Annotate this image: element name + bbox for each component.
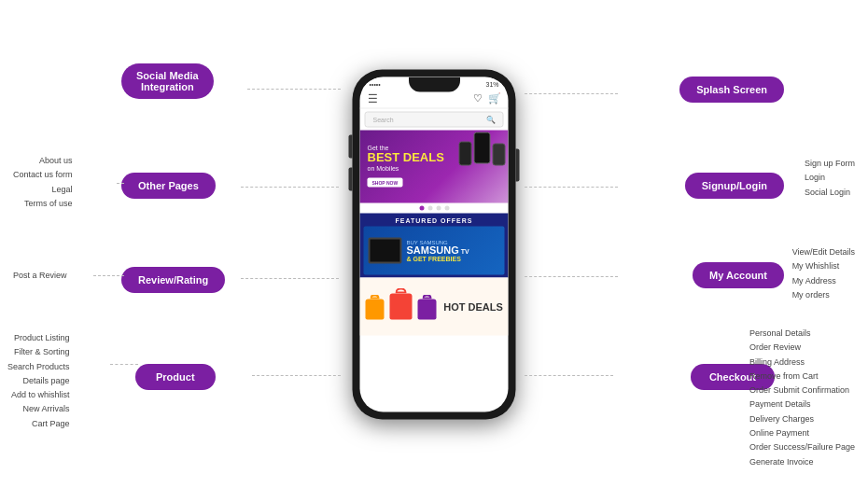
pill-review-rating[interactable]: Review/Rating bbox=[121, 267, 225, 293]
samsung-offer: & GET FREEBIES bbox=[407, 255, 469, 261]
pill-product-label: Product bbox=[156, 371, 195, 383]
menu-icon[interactable]: ☰ bbox=[368, 91, 378, 105]
pill-splash-label: Splash Screen bbox=[696, 84, 767, 95]
pill-signup-login[interactable]: Signup/Login bbox=[685, 173, 784, 199]
search-bar[interactable]: Search 🔍 bbox=[365, 111, 504, 127]
tv-icon bbox=[369, 237, 402, 263]
samsung-banner: BUY SAMSUNG SAMSUNG TV & GET FREEBIES bbox=[364, 226, 505, 274]
app-header: ☰ ♡ 🛒 bbox=[360, 89, 509, 108]
hot-deals-section: HOT DEALS bbox=[360, 277, 509, 335]
product-labels: Product Listing Filter & Sorting Search … bbox=[7, 331, 70, 431]
banner-text-line2: on Mobiles bbox=[368, 164, 444, 171]
pill-review-label: Review/Rating bbox=[138, 274, 208, 286]
line-product-left bbox=[110, 364, 138, 365]
other-pages-labels: About us Contact us form Legal Terms of … bbox=[13, 154, 73, 211]
shop-now-button[interactable]: SHOP NOW bbox=[368, 177, 403, 187]
signup-login-labels: Sign up Form Login Social Login bbox=[805, 157, 855, 200]
banner-dots bbox=[360, 202, 509, 213]
line-review bbox=[241, 278, 339, 279]
search-icon: 🔍 bbox=[486, 115, 496, 123]
pill-product[interactable]: Product bbox=[135, 364, 216, 390]
line-other-left bbox=[117, 183, 124, 184]
hot-deals-title: HOT DEALS bbox=[443, 300, 503, 312]
main-banner: Get the BEST DEALS on Mobiles SHOP NOW bbox=[360, 130, 509, 202]
checkout-labels: Personal Details Order Review Billing Ad… bbox=[749, 327, 855, 469]
battery-level: 31% bbox=[485, 80, 498, 87]
line-review-left bbox=[93, 275, 124, 276]
featured-section: FEATURED OFFERS BUY SAMSUNG SAMSUNG TV &… bbox=[360, 213, 509, 277]
pill-other-pages[interactable]: Other Pages bbox=[121, 173, 216, 199]
cart-icon[interactable]: 🛒 bbox=[488, 92, 501, 105]
dot-1 bbox=[419, 205, 424, 210]
line-signup bbox=[525, 187, 618, 188]
dot-4 bbox=[444, 205, 449, 210]
pill-splash-screen[interactable]: Splash Screen bbox=[679, 77, 784, 103]
phone-notch bbox=[409, 77, 460, 91]
pill-other-pages-label: Other Pages bbox=[138, 180, 199, 191]
line-product bbox=[252, 375, 341, 376]
banner-text-big: BEST DEALS bbox=[368, 151, 444, 164]
line-splash-screen bbox=[525, 93, 618, 94]
samsung-brand: SAMSUNG TV bbox=[407, 244, 469, 255]
signal-dots: ••••• bbox=[370, 80, 381, 87]
featured-title: FEATURED OFFERS bbox=[364, 216, 505, 223]
phone-outer: ••••• 12:53 31% ☰ ♡ 🛒 Search 🔍 Get bbox=[353, 69, 516, 419]
phone-wrapper: ••••• 12:53 31% ☰ ♡ 🛒 Search 🔍 Get bbox=[353, 69, 516, 419]
pill-social-media[interactable]: Social Media Integration bbox=[121, 63, 214, 99]
dot-2 bbox=[427, 205, 432, 210]
line-my-account bbox=[525, 276, 618, 277]
line-other-pages bbox=[241, 187, 339, 188]
review-rating-labels: Post a Review bbox=[13, 269, 67, 283]
phone-screen: ••••• 12:53 31% ☰ ♡ 🛒 Search 🔍 Get bbox=[360, 77, 509, 411]
line-social-media bbox=[247, 89, 341, 90]
my-account-labels: View/Edit Details My Whishlist My Addres… bbox=[792, 245, 855, 302]
pill-signup-label: Signup/Login bbox=[702, 180, 767, 191]
wishlist-icon[interactable]: ♡ bbox=[473, 92, 483, 105]
line-checkout bbox=[525, 375, 613, 376]
dot-3 bbox=[436, 205, 441, 210]
pill-my-account[interactable]: My Account bbox=[693, 262, 784, 288]
search-placeholder: Search bbox=[373, 116, 394, 122]
pill-my-account-label: My Account bbox=[709, 270, 767, 281]
